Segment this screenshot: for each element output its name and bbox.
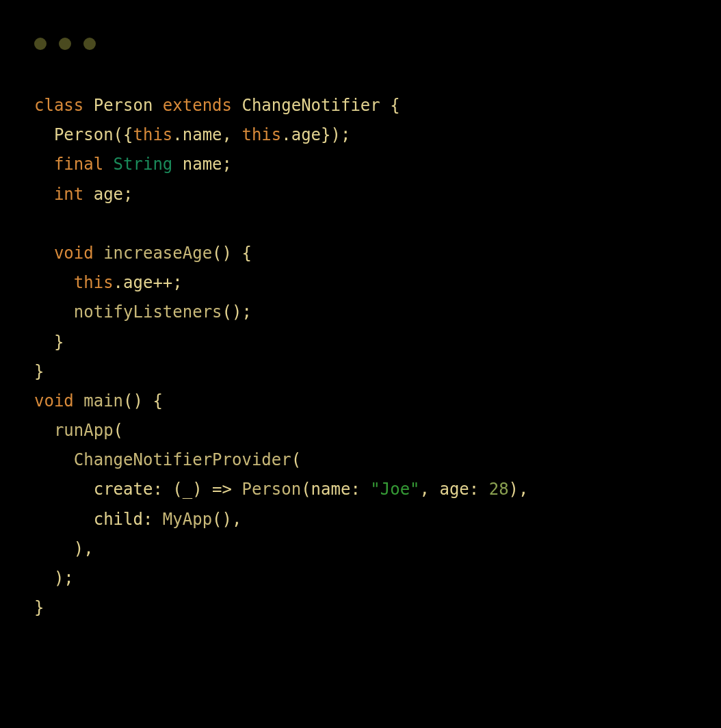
code-token: int: [54, 185, 83, 204]
code-token: this: [241, 125, 281, 144]
code-token: final: [54, 155, 103, 174]
code-token: Person: [83, 96, 163, 115]
code-token: void: [54, 244, 94, 263]
code-token: extends: [163, 96, 232, 115]
code-token: Person: [241, 480, 301, 499]
code-token: void: [34, 391, 74, 411]
code-token: 28: [489, 480, 509, 499]
code-window: class Person extends ChangeNotifier { Pe…: [0, 0, 721, 728]
code-token: , age:: [420, 480, 489, 499]
code-token: main: [83, 391, 123, 411]
code-token: MyApp: [163, 510, 212, 529]
code-block: class Person extends ChangeNotifier { Pe…: [34, 91, 687, 623]
window-control-maximize-icon[interactable]: [83, 38, 96, 50]
code-token: String: [114, 155, 173, 174]
code-token: "Joe": [370, 480, 419, 499]
code-token: (name:: [301, 480, 370, 499]
code-token: [74, 391, 83, 411]
code-token: runApp: [54, 421, 114, 440]
code-token: this: [74, 273, 114, 292]
window-control-close-icon[interactable]: [34, 38, 47, 50]
window-control-minimize-icon[interactable]: [59, 38, 71, 50]
code-token: .name,: [172, 125, 241, 144]
code-token: ChangeNotifierProvider: [74, 450, 291, 469]
code-token: [94, 244, 103, 263]
code-token: increaseAge: [103, 244, 212, 263]
code-token: this: [133, 125, 173, 144]
code-token: notifyListeners: [74, 302, 222, 322]
code-token: class: [34, 96, 83, 115]
window-controls: [34, 38, 687, 50]
code-token: [103, 155, 113, 174]
